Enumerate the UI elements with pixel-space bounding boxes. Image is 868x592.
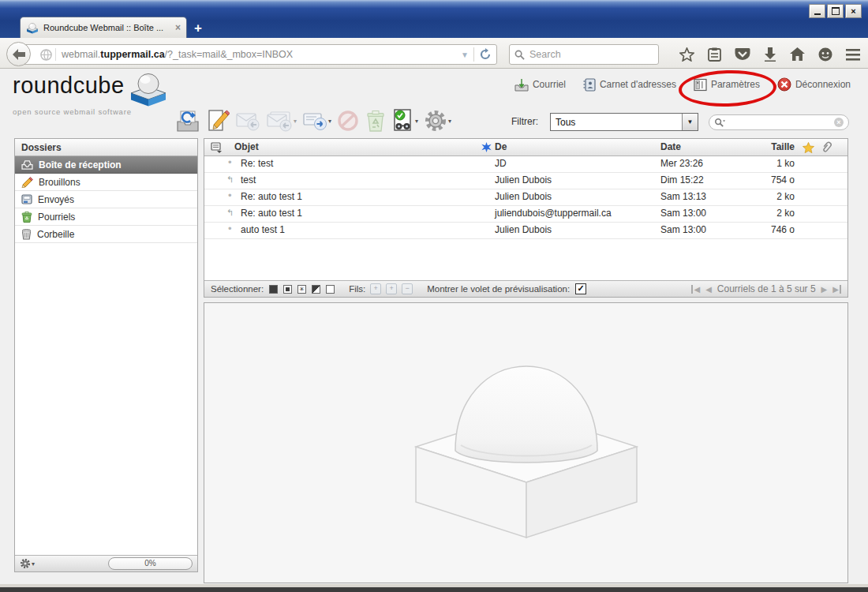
search-clear-icon[interactable]: ×: [834, 118, 844, 127]
folder-junk[interactable]: Pourriels: [15, 208, 197, 226]
delete-button[interactable]: [337, 110, 359, 132]
message-row[interactable]: • auto test 1 Julien Dubois Sam 13:00 74…: [204, 223, 847, 239]
list-options-icon[interactable]: [211, 142, 223, 153]
previous-page-icon[interactable]: ◀: [705, 285, 712, 294]
reload-button[interactable]: [479, 48, 492, 61]
select-unread-button[interactable]: ✳: [297, 285, 306, 294]
message-date: Sam 13:13: [660, 191, 706, 202]
select-none-button[interactable]: [326, 285, 335, 294]
taskbar-logout[interactable]: Déconnexion: [777, 77, 851, 92]
quota-indicator: 0%: [108, 557, 193, 570]
column-subject[interactable]: Objet: [234, 141, 259, 152]
tab-close-button[interactable]: ×: [175, 22, 181, 33]
filter-select[interactable]: Tous ▼: [550, 113, 698, 131]
message-status-dot-icon[interactable]: •: [228, 156, 232, 168]
back-button[interactable]: [6, 42, 31, 66]
browser-search-box[interactable]: Search: [509, 44, 659, 65]
message-row[interactable]: ↰ Re: auto test 1 juliendubois@tuppermai…: [204, 206, 847, 223]
url-bar[interactable]: webmail.tuppermail.ca/?_task=mail&_mbox=…: [19, 44, 497, 65]
minimize-button[interactable]: [809, 4, 825, 18]
message-date: Sam 13:00: [660, 224, 706, 235]
check-mail-icon: [175, 109, 200, 133]
thread-expand-unread-icon[interactable]: +: [386, 283, 397, 294]
folders-header: Dossiers: [15, 139, 197, 156]
pocket-button[interactable]: [735, 47, 750, 62]
message-row[interactable]: • Re: auto test 1 Julien Dubois Sam 13:1…: [204, 189, 847, 206]
mark-caret-icon[interactable]: ▾: [415, 118, 418, 125]
window-titlebar: × Roundcube Webmail :: Boîte ... × +: [0, 0, 868, 38]
taskbar-addressbook[interactable]: Carnet d'adresses: [583, 78, 676, 92]
taskbar-addressbook-label: Carnet d'adresses: [600, 79, 676, 90]
mark-button[interactable]: ▾: [392, 109, 418, 133]
tab-favicon-icon: [26, 22, 39, 34]
folder-trash[interactable]: Corbeille: [15, 226, 197, 243]
folder-inbox[interactable]: Boîte de réception: [15, 156, 197, 174]
folders-footer: ▾ 0%: [15, 555, 197, 571]
message-from: JD: [495, 158, 507, 169]
new-tab-button[interactable]: +: [194, 21, 202, 36]
filter-value: Tous: [551, 117, 682, 128]
column-size[interactable]: Taille: [771, 141, 795, 152]
annotation-red-circle: [678, 69, 777, 108]
addressbook-icon: [583, 78, 596, 92]
inbox-icon: [21, 160, 33, 170]
junk-button[interactable]: [365, 110, 387, 132]
folder-label: Boîte de réception: [39, 159, 122, 170]
column-from[interactable]: De: [495, 141, 507, 152]
filter-dropdown-icon[interactable]: ▼: [682, 114, 698, 130]
thread-collapse-icon[interactable]: −: [402, 283, 413, 294]
folder-actions-gear-icon[interactable]: [20, 558, 31, 569]
more-actions-button[interactable]: ▾: [424, 109, 451, 133]
select-all-button[interactable]: [269, 285, 278, 294]
preview-pane: [204, 302, 848, 583]
more-actions-caret-icon[interactable]: ▾: [448, 118, 451, 125]
gear-icon: [424, 109, 447, 133]
bookmarks-menu-button[interactable]: [708, 47, 721, 62]
attachment-paperclip-icon[interactable]: [821, 141, 832, 153]
message-search-box[interactable]: ×: [709, 114, 849, 130]
close-window-button[interactable]: ×: [845, 4, 862, 18]
last-page-icon[interactable]: ▶: [832, 285, 841, 294]
message-replied-icon[interactable]: ↰: [226, 174, 234, 185]
message-status-dot-icon[interactable]: •: [228, 223, 232, 234]
check-mail-button[interactable]: [175, 109, 200, 133]
message-replied-icon[interactable]: ↰: [226, 208, 234, 218]
message-size: 2 ko: [731, 191, 795, 202]
unread-star-icon[interactable]: [481, 142, 492, 152]
message-row[interactable]: • Re: test JD Mer 23:26 1 ko: [204, 156, 847, 173]
forward-button[interactable]: ▾: [302, 110, 331, 132]
reply-button[interactable]: [235, 110, 260, 132]
folder-label: Pourriels: [38, 212, 75, 223]
browser-tab[interactable]: Roundcube Webmail :: Boîte ... ×: [20, 17, 187, 38]
messenger-button[interactable]: [818, 47, 832, 62]
search-placeholder: Search: [529, 49, 561, 60]
compose-icon: [206, 109, 230, 133]
first-page-icon[interactable]: ◀: [691, 285, 700, 294]
folder-drafts[interactable]: Brouillons: [15, 174, 197, 191]
forward-caret-icon[interactable]: ▾: [328, 118, 331, 125]
message-size: 1 ko: [731, 158, 795, 169]
message-status-dot-icon[interactable]: •: [228, 189, 232, 201]
next-page-icon[interactable]: ▶: [821, 285, 828, 294]
taskbar-mail[interactable]: Courriel: [514, 78, 566, 92]
message-from: juliendubois@tuppermail.ca: [495, 208, 612, 219]
message-row[interactable]: ↰ test Julien Dubois Dim 15:22 754 o: [204, 173, 847, 189]
menu-hamburger-button[interactable]: [846, 49, 860, 61]
home-button[interactable]: [790, 47, 805, 62]
folder-sent[interactable]: Envoyés: [15, 191, 197, 208]
pencil-icon: [21, 177, 33, 188]
reply-all-button[interactable]: ▾: [266, 110, 297, 132]
preview-pane-checkbox[interactable]: ✓: [575, 283, 586, 294]
select-invert-button[interactable]: [312, 285, 320, 294]
select-page-button[interactable]: [283, 285, 292, 294]
maximize-button[interactable]: [827, 4, 844, 18]
reply-all-caret-icon[interactable]: ▾: [294, 118, 297, 125]
bookmark-star-button[interactable]: [679, 47, 694, 62]
thread-expand-all-icon[interactable]: +: [370, 283, 381, 294]
url-dropdown-icon[interactable]: ▼: [461, 51, 469, 59]
downloads-button[interactable]: [764, 47, 776, 62]
folder-actions-caret-icon[interactable]: ▾: [32, 560, 35, 568]
column-date[interactable]: Date: [660, 141, 681, 152]
compose-button[interactable]: [206, 109, 230, 133]
flagged-star-icon[interactable]: [803, 142, 814, 153]
